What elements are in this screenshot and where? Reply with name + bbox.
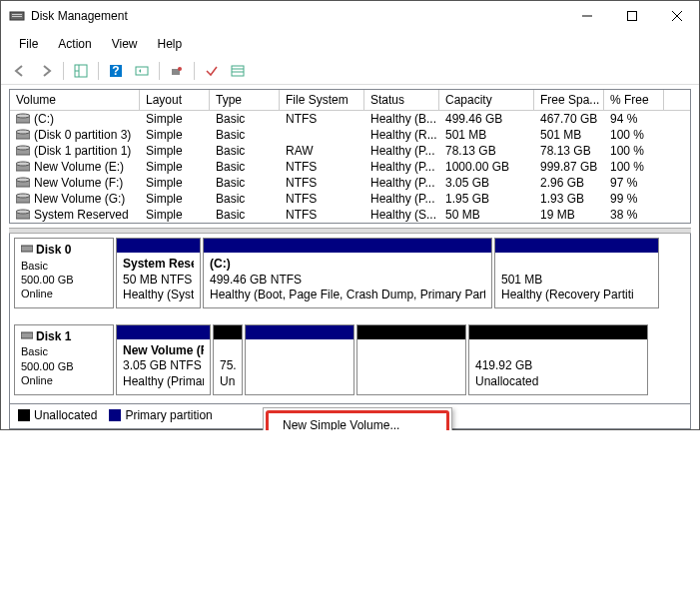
close-button[interactable] (654, 1, 699, 31)
cell-layout: Simple (140, 191, 210, 207)
disk-status: Online (21, 373, 107, 387)
disk-info[interactable]: Disk 1Basic500.00 GBOnline (14, 324, 114, 395)
list-icon[interactable] (227, 60, 249, 82)
legend-primary: Primary partition (125, 408, 212, 422)
disk-name: Disk 0 (36, 243, 71, 257)
cell-volume: New Volume (F:) (10, 175, 140, 191)
ctx-new-simple-volume[interactable]: New Simple Volume... (269, 413, 446, 430)
cell-layout: Simple (140, 143, 210, 159)
menu-file[interactable]: File (9, 33, 48, 55)
menu-view[interactable]: View (102, 33, 148, 55)
disk-name: Disk 1 (36, 329, 71, 343)
col-filesystem[interactable]: File System (280, 90, 364, 110)
partition-header (357, 325, 465, 339)
cell-capacity: 501 MB (439, 127, 534, 143)
cell-pct: 97 % (604, 175, 664, 191)
svg-rect-4 (627, 12, 636, 21)
menu-action[interactable]: Action (48, 33, 101, 55)
cell-volume: (Disk 0 partition 3) (10, 127, 140, 143)
check-icon[interactable] (201, 60, 223, 82)
partition[interactable]: 501 MBHealthy (Recovery Partiti (494, 238, 659, 308)
disk-icon (21, 329, 33, 345)
menu-help[interactable]: Help (148, 33, 193, 55)
col-volume[interactable]: Volume (10, 90, 140, 110)
cell-free: 999.87 GB (534, 159, 604, 175)
cell-fs: NTFS (280, 191, 364, 207)
minimize-button[interactable] (564, 1, 609, 31)
back-button[interactable] (9, 60, 31, 82)
cell-free: 501 MB (534, 127, 604, 143)
partition[interactable]: 419.92 GBUnallocated (468, 324, 648, 395)
app-icon (9, 8, 25, 24)
forward-button[interactable] (35, 60, 57, 82)
partition[interactable]: 75.Un (213, 324, 243, 395)
partition-header (117, 239, 200, 253)
cell-fs: NTFS (280, 159, 364, 175)
partition-header (214, 325, 242, 339)
col-type[interactable]: Type (210, 90, 280, 110)
partition[interactable] (356, 324, 466, 395)
partition-header (204, 239, 491, 253)
cell-layout: Simple (140, 207, 210, 223)
cell-layout: Simple (140, 159, 210, 175)
menubar: File Action View Help (1, 31, 699, 57)
disk-capacity: 500.00 GB (21, 273, 107, 287)
table-row[interactable]: System ReservedSimpleBasicNTFSHealthy (S… (10, 207, 690, 223)
partition[interactable]: (C:)499.46 GB NTFSHealthy (Boot, Page Fi… (203, 238, 492, 308)
col-status[interactable]: Status (364, 90, 439, 110)
cell-capacity: 78.13 GB (439, 143, 534, 159)
cell-pct: 100 % (604, 159, 664, 175)
svg-point-25 (16, 162, 30, 166)
volume-table: Volume Layout Type File System Status Ca… (9, 89, 691, 224)
col-capacity[interactable]: Capacity (439, 90, 534, 110)
svg-point-31 (16, 210, 30, 214)
titlebar[interactable]: Disk Management (1, 1, 699, 31)
cell-type: Basic (210, 207, 280, 223)
svg-rect-15 (232, 66, 244, 76)
cell-free: 2.96 GB (534, 175, 604, 191)
table-row[interactable]: New Volume (E:)SimpleBasicNTFSHealthy (P… (10, 159, 690, 175)
partition[interactable] (245, 324, 354, 395)
table-row[interactable]: (Disk 0 partition 3)SimpleBasicHealthy (… (10, 127, 690, 143)
cell-pct: 94 % (604, 111, 664, 127)
table-row[interactable]: New Volume (F:)SimpleBasicNTFSHealthy (P… (10, 175, 690, 191)
table-row[interactable]: New Volume (G:)SimpleBasicNTFSHealthy (P… (10, 191, 690, 207)
cell-layout: Simple (140, 127, 210, 143)
partition-name: New Volume (F (123, 343, 204, 359)
refresh-button[interactable] (131, 60, 153, 82)
partition-header (246, 325, 353, 339)
cell-status: Healthy (P... (364, 191, 439, 207)
legend-unallocated: Unallocated (34, 408, 97, 422)
cell-status: Healthy (P... (364, 159, 439, 175)
maximize-button[interactable] (609, 1, 654, 31)
help-icon[interactable]: ? (105, 60, 127, 82)
cell-type: Basic (210, 175, 280, 191)
svg-rect-32 (21, 246, 33, 252)
table-row[interactable]: (C:)SimpleBasicNTFSHealthy (B...499.46 G… (10, 111, 690, 127)
partition-name: (C:) (210, 257, 485, 273)
table-row[interactable]: (Disk 1 partition 1)SimpleBasicRAWHealth… (10, 143, 690, 159)
partition-status: Healthy (Boot, Page File, Crash Dump, Pr… (210, 288, 485, 303)
layout-button[interactable] (70, 60, 92, 82)
svg-point-19 (16, 114, 30, 118)
context-menu: New Simple Volume... New Spanned Volume.… (263, 407, 452, 430)
settings-icon[interactable] (166, 60, 188, 82)
cell-status: Healthy (P... (364, 175, 439, 191)
cell-fs: NTFS (280, 111, 364, 127)
cell-status: Healthy (B... (364, 111, 439, 127)
svg-rect-12 (136, 67, 148, 75)
disk-type: Basic (21, 344, 107, 358)
graphical-view: Disk 0Basic500.00 GBOnlineSystem Rese50 … (9, 234, 691, 404)
col-layout[interactable]: Layout (140, 90, 210, 110)
cell-capacity: 1.95 GB (439, 191, 534, 207)
cell-type: Basic (210, 191, 280, 207)
partition-size: 50 MB NTFS (123, 273, 194, 289)
partition-size: 3.05 GB NTFS (123, 358, 204, 374)
disk-type: Basic (21, 259, 107, 273)
col-free[interactable]: Free Spa... (534, 90, 604, 110)
disk-info[interactable]: Disk 0Basic500.00 GBOnline (14, 238, 114, 308)
disk-row: Disk 0Basic500.00 GBOnlineSystem Rese50 … (14, 238, 686, 312)
col-pctfree[interactable]: % Free (604, 90, 664, 110)
partition[interactable]: System Rese50 MB NTFSHealthy (Syste (116, 238, 201, 308)
partition[interactable]: New Volume (F3.05 GB NTFSHealthy (Primar… (116, 324, 211, 395)
